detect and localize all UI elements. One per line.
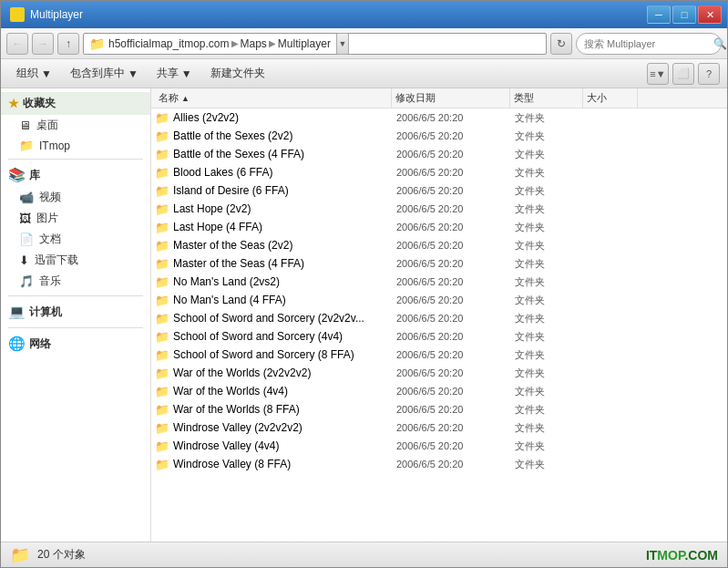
table-row[interactable]: 📁 No Man's Land (4 FFA) 2006/6/5 20:20 文… (151, 291, 727, 309)
network-header[interactable]: 🌐 网络 (1, 332, 150, 356)
library-header[interactable]: 📚 库 (1, 163, 150, 187)
address-dropdown-button[interactable]: ▼ (336, 33, 349, 55)
table-row[interactable]: 📁 No Man's Land (2vs2) 2006/6/5 20:20 文件… (151, 273, 727, 291)
table-row[interactable]: 📁 Windrose Valley (2v2v2v2) 2006/6/5 20:… (151, 418, 727, 437)
file-name: War of the Worlds (2v2v2v2) (173, 367, 396, 379)
status-folder-icon: 📁 (10, 545, 30, 565)
folder-icon: 📁 (155, 202, 169, 216)
search-box[interactable]: 🔍 (576, 33, 722, 55)
table-row[interactable]: 📁 Master of the Seas (4 FFA) 2006/6/5 20… (151, 254, 727, 273)
status-count: 20 个对象 (37, 547, 86, 563)
table-row[interactable]: 📁 War of the Worlds (4v4) 2006/6/5 20:20… (151, 382, 727, 400)
table-row[interactable]: 📁 Island of Desire (6 FFA) 2006/6/5 20:2… (151, 181, 727, 200)
file-date: 2006/6/5 20:20 (396, 112, 515, 123)
sidebar-item-desktop[interactable]: 🖥 桌面 (1, 115, 150, 136)
file-name: No Man's Land (4 FFA) (173, 294, 396, 306)
folder-icon: 📁 (155, 184, 169, 198)
file-name: No Man's Land (2vs2) (173, 275, 396, 288)
search-icon[interactable]: 🔍 (713, 37, 727, 50)
sidebar-item-images[interactable]: 🖼 图片 (1, 208, 150, 229)
new-folder-button[interactable]: 新建文件夹 (202, 63, 273, 85)
forward-button[interactable]: → (32, 33, 54, 55)
file-date: 2006/6/5 20:20 (396, 367, 515, 378)
view-options-button[interactable]: ≡▼ (647, 63, 669, 85)
folder-icon: 📁 (155, 275, 169, 289)
table-row[interactable]: 📁 Blood Lakes (6 FFA) 2006/6/5 20:20 文件夹 (151, 163, 727, 181)
folder-icon: 📁 (155, 312, 169, 325)
back-button[interactable]: ← (6, 33, 28, 55)
table-row[interactable]: 📁 School of Sword and Sorcery (2v2v2v...… (151, 309, 727, 327)
status-left: 📁 20 个对象 (10, 545, 86, 565)
help-button[interactable]: ? (698, 63, 720, 85)
file-rows: 📁 Allies (2v2v2) 2006/6/5 20:20 文件夹 📁 Ba… (151, 108, 727, 542)
music-icon: 🎵 (19, 274, 34, 288)
file-type: 文件夹 (515, 257, 588, 271)
sidebar-item-itmop[interactable]: 📁 ITmop (1, 136, 150, 155)
folder-icon: 📁 (155, 330, 169, 344)
status-bar: 📁 20 个对象 ITMOP.COM (1, 542, 727, 567)
col-header-name[interactable]: 名称 ▲ (155, 88, 392, 108)
sidebar: ★ 收藏夹 🖥 桌面 📁 ITmop 📚 库 � (1, 88, 151, 542)
table-row[interactable]: 📁 Last Hope (2v2) 2006/6/5 20:20 文件夹 (151, 200, 727, 218)
col-header-size[interactable]: 大小 (583, 88, 638, 108)
crumb-multiplayer[interactable]: Multiplayer (278, 37, 331, 50)
organize-button[interactable]: 组织 ▼ (8, 63, 60, 85)
file-type: 文件夹 (515, 148, 588, 161)
col-header-type[interactable]: 类型 (510, 88, 583, 108)
sidebar-divider-1 (8, 159, 143, 160)
crumb-root[interactable]: h5officialmap_itmop.com (108, 37, 230, 50)
computer-header[interactable]: 💻 计算机 (1, 300, 150, 324)
table-row[interactable]: 📁 Master of the Seas (2v2) 2006/6/5 20:2… (151, 236, 727, 254)
col-header-date[interactable]: 修改日期 (392, 88, 510, 108)
downloads-icon: ⬇ (19, 253, 29, 267)
file-date: 2006/6/5 20:20 (396, 386, 515, 397)
table-row[interactable]: 📁 Last Hope (4 FFA) 2006/6/5 20:20 文件夹 (151, 218, 727, 236)
folder-icon: 📁 (155, 166, 169, 180)
close-button[interactable]: ✕ (698, 5, 722, 24)
file-type: 文件夹 (515, 111, 588, 125)
share-button[interactable]: 共享 ▼ (149, 63, 200, 85)
minimize-button[interactable]: ─ (647, 5, 671, 24)
file-type: 文件夹 (515, 275, 588, 289)
file-name: Master of the Seas (4 FFA) (173, 257, 396, 270)
table-row[interactable]: 📁 School of Sword and Sorcery (8 FFA) 20… (151, 346, 727, 364)
sidebar-item-downloads[interactable]: ⬇ 迅雷下载 (1, 250, 150, 271)
table-row[interactable]: 📁 Windrose Valley (8 FFA) 2006/6/5 20:20… (151, 455, 727, 473)
favorites-section: ★ 收藏夹 🖥 桌面 📁 ITmop (1, 92, 150, 155)
table-row[interactable]: 📁 Battle of the Sexes (4 FFA) 2006/6/5 2… (151, 145, 727, 163)
preview-pane-button[interactable]: ⬜ (672, 63, 694, 85)
address-field[interactable]: 📁 h5officialmap_itmop.com ▶ Maps ▶ Multi… (83, 33, 547, 55)
file-name: War of the Worlds (8 FFA) (173, 403, 396, 416)
file-date: 2006/6/5 20:20 (396, 203, 515, 214)
file-name: Windrose Valley (2v2v2v2) (173, 421, 396, 434)
sidebar-divider-3 (8, 327, 143, 328)
include-in-library-button[interactable]: 包含到库中 ▼ (62, 63, 147, 85)
table-row[interactable]: 📁 School of Sword and Sorcery (4v4) 2006… (151, 327, 727, 346)
file-type: 文件夹 (515, 458, 588, 471)
crumb-maps[interactable]: Maps (241, 37, 267, 50)
sidebar-item-docs[interactable]: 📄 文档 (1, 229, 150, 250)
search-input[interactable] (584, 38, 710, 49)
computer-section: 💻 计算机 (1, 300, 150, 324)
file-list-header: 名称 ▲ 修改日期 类型 大小 (151, 88, 727, 108)
sidebar-item-videos[interactable]: 📹 视频 (1, 187, 150, 208)
table-row[interactable]: 📁 War of the Worlds (8 FFA) 2006/6/5 20:… (151, 400, 727, 418)
refresh-button[interactable]: ↻ (550, 33, 572, 55)
folder-icon: 📁 (155, 403, 169, 417)
window-title: Multiplayer (30, 8, 83, 21)
file-date: 2006/6/5 20:20 (396, 331, 515, 342)
table-row[interactable]: 📁 War of the Worlds (2v2v2v2) 2006/6/5 2… (151, 364, 727, 382)
table-row[interactable]: 📁 Windrose Valley (4v4) 2006/6/5 20:20 文… (151, 437, 727, 455)
address-folder-icon: 📁 (89, 36, 105, 51)
folder-icon: 📁 (155, 221, 169, 234)
file-date: 2006/6/5 20:20 (396, 185, 515, 196)
up-button[interactable]: ↑ (57, 33, 79, 55)
favorites-header[interactable]: ★ 收藏夹 (1, 92, 150, 115)
maximize-button[interactable]: □ (672, 5, 696, 24)
file-type: 文件夹 (515, 385, 588, 398)
sidebar-item-music[interactable]: 🎵 音乐 (1, 271, 150, 292)
title-bar-buttons: ─ □ ✕ (647, 5, 722, 24)
table-row[interactable]: 📁 Battle of the Sexes (2v2) 2006/6/5 20:… (151, 127, 727, 145)
table-row[interactable]: 📁 Allies (2v2v2) 2006/6/5 20:20 文件夹 (151, 108, 727, 127)
file-type: 文件夹 (515, 202, 588, 216)
